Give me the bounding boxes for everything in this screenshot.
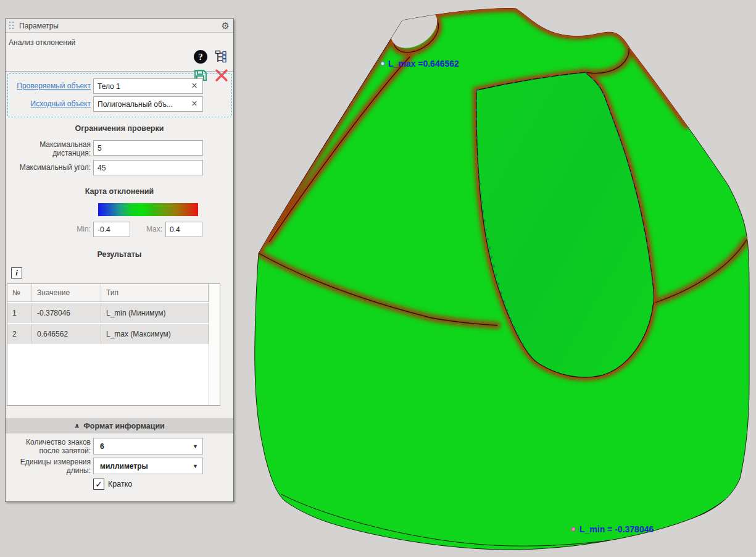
max-angle-field[interactable] [93,160,203,175]
panel-header: Анализ отклонений ? [6,33,233,72]
max-distance-label: Максимальная дистанция: [6,140,91,157]
help-icon[interactable]: ? [194,50,207,64]
dropdown-arrow-icon: ▼ [193,463,198,469]
max-angle-label: Максимальный угол: [6,163,91,172]
source-object-link[interactable]: Исходный объект [31,99,91,108]
parameters-panel: Параметры ⚙ Анализ отклонений ? [5,19,234,502]
units-value: миллиметры [100,462,148,471]
panel-titlebar[interactable]: Параметры ⚙ [6,19,233,33]
decimals-value: 6 [100,442,104,451]
deviation-color-scale [98,203,198,216]
units-label: Единицы измерения длины: [6,458,91,475]
max-field[interactable] [165,222,202,237]
decimals-label: Количество знаков после запятой: [6,438,91,455]
max-label: Max: [130,225,162,233]
gear-icon[interactable]: ⚙ [222,21,230,30]
max-annotation: L_max =0.646562 [388,59,459,69]
results-table-header: № Значение Тип [7,284,209,302]
decimals-dropdown[interactable]: 6 ▼ [93,438,203,454]
panel-title: Параметры [19,22,222,30]
min-point-marker [571,527,575,531]
target-object-link[interactable]: Проверяемый объект [17,82,91,90]
source-clear-icon[interactable]: × [189,98,199,109]
col-header-value: Значение [32,284,101,301]
units-dropdown[interactable]: миллиметры ▼ [93,458,203,474]
format-heading: Формат информации [83,422,165,430]
results-table: № Значение Тип 1 -0.378046 L_min (Миниму… [7,283,220,406]
structure-tree-icon[interactable] [214,49,229,64]
max-point-marker [381,62,384,65]
dropdown-arrow-icon: ▼ [193,443,198,450]
limits-heading: Ограничения проверки [6,124,233,133]
checkmark-icon: ✓ [95,479,102,489]
deviation-map-heading: Карта отклонений [6,187,233,196]
col-header-type: Тип [101,284,209,301]
command-title: Анализ отклонений [9,38,75,47]
target-object-field[interactable] [93,78,203,94]
table-scrollbar-track[interactable] [209,284,220,405]
table-row[interactable]: 1 -0.378046 L_min (Минимум) [7,303,209,323]
col-header-num: № [7,284,32,301]
drag-grip-icon[interactable] [9,22,15,30]
info-icon[interactable]: i [11,267,22,278]
results-heading: Результаты [6,250,233,259]
collapse-chevron-icon: ∧ [74,422,80,430]
brief-checkbox-label: Кратко [108,480,132,488]
source-object-field[interactable] [93,96,203,112]
format-section-header[interactable]: ∧ Формат информации [6,418,233,433]
table-row[interactable]: 2 0.646562 L_max (Максимум) [7,324,209,344]
brief-checkbox[interactable]: ✓ [93,479,104,490]
min-label: Min: [59,225,91,233]
max-distance-field[interactable] [93,140,203,156]
min-field[interactable] [93,222,130,237]
min-annotation: L_min = -0.378046 [579,524,654,534]
target-clear-icon[interactable]: × [189,80,199,91]
